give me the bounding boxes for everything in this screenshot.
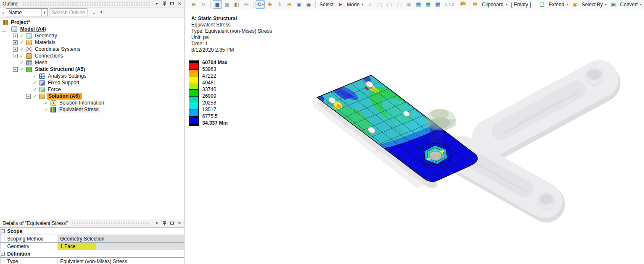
convert-dropdown[interactable]: Convert▾ bbox=[618, 2, 643, 8]
select-single-button[interactable]: ▢ bbox=[375, 0, 384, 9]
result-title-line-3: Unit: psi bbox=[191, 34, 272, 41]
tree-item-solution-information[interactable]: ✓iSolution Information bbox=[0, 99, 184, 106]
select-by-icon[interactable]: ◉ bbox=[570, 0, 579, 9]
panel-header-texture bbox=[23, 2, 150, 6]
filter-row-grip bbox=[2, 9, 4, 16]
details-panel: Details of "Equivalent Stress" ▾ ✕ −Scop… bbox=[0, 220, 184, 264]
zoom-out-button[interactable]: ⊖ bbox=[199, 0, 208, 9]
mode-dropdown[interactable]: Mode▾ bbox=[345, 2, 365, 8]
collapse-icon[interactable]: − bbox=[13, 67, 18, 72]
tree-item-analysis-settings[interactable]: ✓Analysis Settings bbox=[0, 73, 184, 79]
tree-item-label: Static Structural (A5) bbox=[34, 66, 86, 72]
convert-icon[interactable]: ▣ bbox=[609, 0, 618, 9]
tree-item-solution-a6[interactable]: −✓Solution (A6) bbox=[0, 93, 184, 99]
csys-icon bbox=[26, 47, 32, 52]
result-title-line-2: Type: Equivalent (von-Mises) Stress bbox=[191, 28, 272, 34]
shaded-exterior-button[interactable]: ◼ bbox=[222, 0, 232, 9]
outline-pin-icon[interactable] bbox=[161, 1, 167, 7]
details-panel-title: Details of "Equivalent Stress" bbox=[3, 220, 68, 226]
clipboard-icon[interactable]: ▤ bbox=[470, 0, 480, 9]
clipboard-dropdown[interactable]: Clipboard▾ bbox=[480, 2, 509, 8]
details-gutter: − bbox=[0, 227, 5, 235]
details-maximize-icon[interactable] bbox=[169, 220, 175, 226]
category-collapse-icon[interactable]: − bbox=[1, 252, 5, 256]
box-zoom-button[interactable]: ⊕ bbox=[189, 0, 198, 9]
expand-icon[interactable]: + bbox=[13, 47, 18, 52]
zoom-to-fit-button[interactable]: ◉ bbox=[294, 0, 304, 9]
tree-item-connections[interactable]: +✓Connections bbox=[0, 52, 184, 59]
magnifier-window-button[interactable]: ◉ bbox=[304, 0, 313, 9]
viewports-button[interactable]: ⊞ bbox=[242, 0, 251, 9]
tree-item-materials[interactable]: +✓Materials bbox=[0, 39, 184, 46]
tree-item-model-a4[interactable]: −Model (A4) bbox=[0, 26, 184, 32]
select-mesh-elements-button[interactable]: ▦ bbox=[423, 0, 433, 9]
legend-value-label: 26999 bbox=[202, 93, 216, 99]
tree-item-label: Coordinate Systems bbox=[34, 46, 82, 52]
collapse-icon[interactable]: − bbox=[26, 94, 31, 99]
zoom-dynamic-button[interactable]: ⇕ bbox=[275, 0, 284, 9]
combo-arrow-icon: ▼ bbox=[41, 9, 48, 16]
expand-icon[interactable]: + bbox=[13, 40, 18, 45]
property-value[interactable]: Equivalent (von-Mises) Stress bbox=[58, 258, 184, 264]
outline-close-icon[interactable]: ✕ bbox=[177, 1, 182, 7]
status-check-icon: ✓ bbox=[33, 94, 38, 99]
details-row-definition: −Definition bbox=[0, 250, 184, 258]
tree-item-coordinate-systems[interactable]: +✓Coordinate Systems bbox=[0, 46, 184, 52]
select-lasso-button[interactable]: ▣ bbox=[404, 0, 413, 9]
model-viewport[interactable]: A: Static StructuralEquivalent StressTyp… bbox=[185, 9, 644, 264]
tree-item-geometry[interactable]: +✓Geometry bbox=[0, 32, 184, 39]
clipboard-empty-label[interactable]: [ Empty ] bbox=[509, 2, 533, 8]
search-expand-chevron-icon[interactable]: ⌄ bbox=[92, 9, 96, 16]
select-by-dropdown[interactable]: Select By▾ bbox=[580, 2, 608, 8]
pan-button[interactable]: ✥ bbox=[265, 0, 274, 9]
tree-item-label: Solution Information bbox=[58, 100, 106, 106]
property-value[interactable]: Geometry Selection bbox=[58, 235, 184, 242]
tree-item-mesh[interactable]: ✓Mesh bbox=[0, 59, 184, 66]
connections-icon bbox=[26, 53, 32, 59]
rotate-button[interactable]: ⟲▾ bbox=[256, 0, 265, 9]
result-title-line-0: A: Static Structural bbox=[191, 16, 272, 22]
select-box-button[interactable]: ▢ bbox=[385, 0, 394, 9]
outline-maximize-icon[interactable] bbox=[169, 1, 175, 7]
tree-item-equivalent-stress[interactable]: ✓Equivalent Stress bbox=[0, 106, 184, 113]
tree-item-static-structural-a5[interactable]: −✓Static Structural (A5) bbox=[0, 66, 184, 73]
tree-item-fixed-support[interactable]: ✓Fixed Support bbox=[0, 79, 184, 86]
select-cursor-icon[interactable]: ➤ bbox=[335, 0, 345, 9]
details-gutter bbox=[0, 235, 5, 242]
legend-color-cell bbox=[189, 117, 199, 123]
coordinates-select-button: X.Y.Z bbox=[443, 3, 456, 7]
details-gutter bbox=[0, 243, 5, 250]
collapse-icon[interactable]: − bbox=[2, 27, 6, 31]
property-value[interactable]: 1 Face bbox=[58, 243, 184, 250]
snap-wand-button[interactable]: ⌖100 bbox=[457, 0, 466, 9]
select-mesh-faces-button[interactable]: ▦ bbox=[433, 0, 442, 9]
details-close-icon[interactable]: ✕ bbox=[177, 220, 182, 226]
element-coloring-button[interactable]: ◧ bbox=[232, 0, 241, 9]
select-mesh-nodes-button[interactable]: ▦ bbox=[414, 0, 423, 9]
tree-item-label: Geometry bbox=[34, 33, 58, 39]
expand-icon[interactable]: + bbox=[13, 34, 18, 38]
solution-icon bbox=[39, 94, 45, 99]
details-dropdown-icon[interactable]: ▾ bbox=[154, 220, 160, 226]
search-outline-input[interactable] bbox=[50, 8, 87, 16]
status-check-icon: ✓ bbox=[33, 87, 38, 92]
category-collapse-icon[interactable]: − bbox=[1, 229, 5, 233]
select-labels-button[interactable]: ⌗ bbox=[365, 0, 375, 9]
tree-item-project[interactable]: Project* bbox=[0, 19, 184, 26]
legend-color-cell bbox=[189, 63, 199, 70]
details-pin-icon[interactable] bbox=[161, 220, 167, 226]
extend-icon[interactable]: ❏ bbox=[537, 0, 546, 9]
zoom-box-button[interactable]: ⊕ bbox=[285, 0, 294, 9]
highlighted-value: 1 Face bbox=[58, 243, 96, 250]
expand-icon[interactable]: + bbox=[13, 54, 18, 58]
outline-dropdown-icon[interactable]: ▾ bbox=[154, 1, 160, 7]
name-filter-combobox[interactable]: Name ▼ bbox=[6, 8, 48, 16]
outline-panel: Outline ▾ ✕ Name ▼ ⌄ ▼ Project*−Model (A… bbox=[0, 0, 184, 218]
extend-dropdown[interactable]: Extend▾ bbox=[547, 2, 570, 8]
shaded-exterior-edges-button[interactable]: ◼ bbox=[213, 0, 222, 9]
tree-item-force[interactable]: ✓Force bbox=[0, 86, 184, 93]
solinfo-icon: i bbox=[50, 100, 56, 106]
filter-overflow-icon[interactable]: ▼ bbox=[100, 10, 103, 14]
select-box-volume-button[interactable]: ▢ bbox=[394, 0, 404, 9]
model-icon bbox=[11, 26, 17, 32]
